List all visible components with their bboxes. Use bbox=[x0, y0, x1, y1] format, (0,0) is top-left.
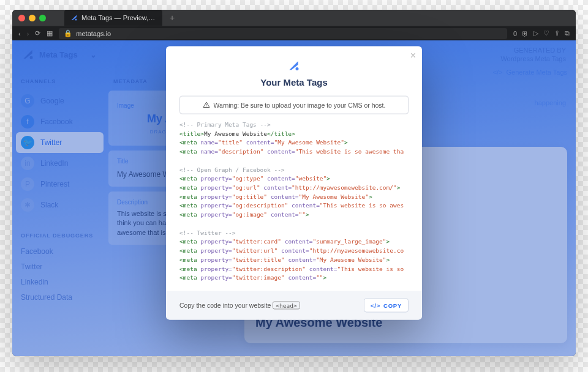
modal-footer: Copy the code into your website <head> <… bbox=[166, 291, 422, 319]
share-icon[interactable]: ⇪ bbox=[554, 29, 560, 37]
window-titlebar: Meta Tags — Preview, Edit a… + bbox=[12, 10, 576, 26]
warning-banner: Warning: Be sure to upload your image to… bbox=[179, 96, 409, 114]
new-tab-button[interactable]: + bbox=[170, 13, 175, 23]
browser-window: Meta Tags — Preview, Edit a… + ‹ › ⟳ ▦ 🔒… bbox=[12, 10, 576, 356]
warning-icon bbox=[203, 102, 210, 109]
address-bar[interactable]: 🔒 metatags.io bbox=[59, 28, 507, 39]
reload-icon[interactable]: ⟳ bbox=[35, 29, 40, 37]
forward-icon[interactable]: › bbox=[27, 30, 29, 37]
lock-icon: 🔒 bbox=[64, 29, 72, 37]
heart-icon[interactable]: ♡ bbox=[543, 29, 549, 37]
meta-tags-modal: × Your Meta Tags Warning: Be sure to upl… bbox=[166, 46, 422, 320]
browser-tab[interactable]: Meta Tags — Preview, Edit a… bbox=[64, 10, 162, 26]
traffic-min[interactable] bbox=[29, 15, 36, 21]
shield-badge: 0 bbox=[513, 30, 517, 37]
modal-logo-icon bbox=[287, 60, 301, 72]
code-icon: </> bbox=[371, 302, 380, 308]
tabs-icon[interactable]: ⧉ bbox=[565, 29, 570, 37]
copy-label: COPY bbox=[383, 302, 402, 308]
tab-favicon bbox=[70, 14, 78, 21]
footer-hint: Copy the code into your website <head> bbox=[179, 302, 300, 309]
url-text: metatags.io bbox=[76, 30, 111, 37]
svg-point-0 bbox=[75, 19, 77, 21]
svg-point-4 bbox=[206, 106, 206, 107]
traffic-max[interactable] bbox=[39, 15, 46, 21]
copy-button[interactable]: </> COPY bbox=[364, 298, 409, 312]
modal-title: Your Meta Tags bbox=[166, 77, 422, 87]
shield-icon[interactable]: ⛨ bbox=[522, 30, 529, 37]
head-tag: <head> bbox=[273, 302, 300, 310]
close-button[interactable]: × bbox=[410, 50, 416, 61]
send-icon[interactable]: ▷ bbox=[533, 29, 538, 37]
browser-urlbar: ‹ › ⟳ ▦ 🔒 metatags.io 0 ⛨ ▷ ♡ ⇪ ⧉ bbox=[12, 26, 576, 40]
grid-icon[interactable]: ▦ bbox=[47, 29, 53, 37]
tab-title: Meta Tags — Preview, Edit a… bbox=[81, 14, 156, 21]
code-block[interactable]: <!-- Primary Meta Tags --> <title>My Awe… bbox=[179, 121, 409, 283]
traffic-close[interactable] bbox=[18, 15, 25, 21]
svg-point-2 bbox=[296, 67, 299, 70]
back-icon[interactable]: ‹ bbox=[18, 30, 21, 37]
warning-text: Warning: Be sure to upload your image to… bbox=[214, 102, 386, 109]
